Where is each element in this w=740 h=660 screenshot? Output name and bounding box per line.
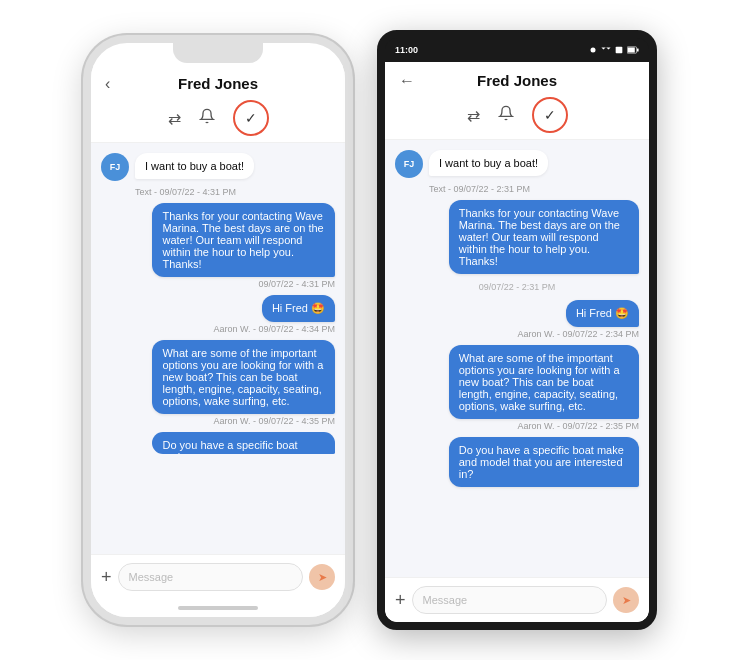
android-checkmark-button[interactable]: ✓ — [532, 97, 568, 133]
send-button[interactable]: ➤ — [309, 564, 335, 590]
message-row: FJ I want to buy a boat! — [395, 150, 639, 178]
message-group: What are some of the important options y… — [395, 345, 639, 431]
iphone-app-header: ‹ Fred Jones ⇄ ✓ — [91, 65, 345, 143]
svg-rect-4 — [628, 47, 635, 52]
message-group: Hi Fred 🤩 Aaron W. - 09/07/22 - 4:34 PM — [101, 295, 335, 334]
message-group: Thanks for your contacting Wave Marina. … — [395, 200, 639, 274]
message-bubble: Hi Fred 🤩 — [262, 295, 335, 322]
svg-point-0 — [591, 48, 596, 53]
message-timestamp: Text - 09/07/22 - 4:31 PM — [135, 187, 335, 197]
home-indicator — [91, 599, 345, 617]
message-row: Thanks for your contacting Wave Marina. … — [101, 203, 335, 277]
message-row: Thanks for your contacting Wave Marina. … — [395, 200, 639, 274]
android-add-attachment-button[interactable]: + — [395, 590, 406, 611]
message-bubble: What are some of the important options y… — [449, 345, 639, 419]
message-group: Do you have a specific boat make and mod… — [395, 437, 639, 487]
message-bubble: Hi Fred 🤩 — [566, 300, 639, 327]
android-back-button[interactable]: ← — [399, 72, 415, 90]
avatar: FJ — [395, 150, 423, 178]
iphone-contact-name: Fred Jones — [178, 75, 258, 92]
send-icon: ➤ — [318, 571, 327, 584]
message-row: Do you have a specific boat make — [101, 432, 335, 454]
date-stamp: 09/07/22 - 2:31 PM — [395, 282, 639, 292]
svg-rect-1 — [616, 47, 623, 54]
message-bubble: Do you have a specific boat make and mod… — [449, 437, 639, 487]
checkmark-button[interactable]: ✓ — [233, 100, 269, 136]
message-timestamp: Aaron W. - 09/07/22 - 2:35 PM — [395, 421, 639, 431]
message-bubble-partial: Do you have a specific boat make — [152, 432, 335, 454]
message-bubble: Thanks for your contacting Wave Marina. … — [449, 200, 639, 274]
message-input[interactable]: Message — [118, 563, 303, 591]
message-bubble: I want to buy a boat! — [135, 153, 254, 179]
android-inner: ← Fred Jones ⇄ ✓ FJ I — [385, 62, 649, 622]
android-contact-name: Fred Jones — [477, 72, 557, 89]
android-messages-area: FJ I want to buy a boat! Text - 09/07/22… — [385, 140, 649, 577]
message-placeholder: Message — [129, 571, 174, 583]
bell-icon[interactable] — [199, 108, 215, 128]
iphone-bottom-bar: + Message ➤ — [91, 554, 345, 599]
message-row: What are some of the important options y… — [395, 345, 639, 419]
android-time: 11:00 — [395, 45, 418, 55]
iphone-messages-area: FJ I want to buy a boat! Text - 09/07/22… — [91, 143, 345, 554]
message-timestamp: Aaron W. - 09/07/22 - 2:34 PM — [395, 329, 639, 339]
check-icon: ✓ — [245, 110, 257, 126]
message-group: Thanks for your contacting Wave Marina. … — [101, 203, 335, 289]
message-bubble: What are some of the important options y… — [152, 340, 335, 414]
message-bubble: Thanks for your contacting Wave Marina. … — [152, 203, 335, 277]
avatar: FJ — [101, 153, 129, 181]
android-status-bar: 11:00 — [385, 38, 649, 62]
message-row: FJ I want to buy a boat! — [101, 153, 335, 181]
message-timestamp: Text - 09/07/22 - 2:31 PM — [429, 184, 639, 194]
shuffle-icon[interactable]: ⇄ — [168, 109, 181, 128]
android-check-icon: ✓ — [544, 107, 556, 123]
android-app-header: ← Fred Jones ⇄ ✓ — [385, 62, 649, 140]
message-timestamp: Aaron W. - 09/07/22 - 4:34 PM — [101, 324, 335, 334]
message-bubble: I want to buy a boat! — [429, 150, 548, 176]
android-message-placeholder: Message — [423, 594, 468, 606]
message-group: What are some of the important options y… — [101, 340, 335, 426]
message-row: Do you have a specific boat make and mod… — [395, 437, 639, 487]
android-device: 11:00 ← Fred Jones ⇄ — [377, 30, 657, 630]
android-status-icons — [588, 45, 639, 55]
android-message-input[interactable]: Message — [412, 586, 607, 614]
android-send-icon: ➤ — [622, 594, 631, 607]
message-row: Hi Fred 🤩 — [395, 300, 639, 327]
android-bell-icon[interactable] — [498, 105, 514, 125]
message-group: Hi Fred 🤩 Aaron W. - 09/07/22 - 2:34 PM — [395, 300, 639, 339]
message-row: What are some of the important options y… — [101, 340, 335, 414]
iphone-device: ‹ Fred Jones ⇄ ✓ FJ I — [83, 35, 353, 625]
home-bar — [178, 606, 258, 610]
back-button[interactable]: ‹ — [105, 75, 110, 93]
message-row: Hi Fred 🤩 — [101, 295, 335, 322]
android-bottom-bar: + Message ➤ — [385, 577, 649, 622]
android-shuffle-icon[interactable]: ⇄ — [467, 106, 480, 125]
add-attachment-button[interactable]: + — [101, 567, 112, 588]
message-timestamp: Aaron W. - 09/07/22 - 4:35 PM — [101, 416, 335, 426]
android-send-button[interactable]: ➤ — [613, 587, 639, 613]
message-timestamp: 09/07/22 - 4:31 PM — [101, 279, 335, 289]
svg-rect-3 — [637, 48, 639, 51]
iphone-notch — [173, 43, 263, 63]
